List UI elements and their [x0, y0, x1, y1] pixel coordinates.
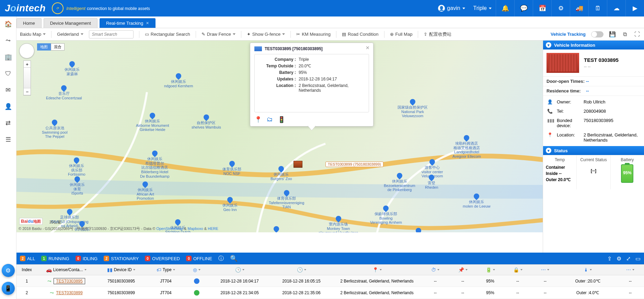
th-type[interactable]: 🏷 Type — [147, 267, 185, 273]
mail-icon[interactable]: ✉ — [0, 85, 16, 96]
close-icon[interactable]: ✕ — [146, 21, 149, 25]
map-poi: 休闲娱乐Airborne MonumentGinkelse Heide — [136, 113, 169, 132]
th-temp[interactable]: 🌡 — [559, 267, 617, 273]
th-time2[interactable]: 🕒 — [271, 267, 332, 273]
th-index[interactable]: Index — [16, 267, 37, 272]
asset-marker[interactable] — [294, 161, 302, 168]
map-zoom-control[interactable]: + − — [23, 60, 31, 96]
clock-icon: 🕒 — [235, 267, 241, 273]
search-icon[interactable]: 🔍 — [230, 255, 238, 262]
th-license[interactable]: 🚗 License/Conta... — [37, 267, 95, 273]
table-row[interactable]: 1⤳TEST0303895750180303895JT7042018-12-28… — [16, 275, 644, 287]
gear-icon[interactable]: ⚙ — [551, 0, 570, 16]
km-measuring-button[interactable]: ✂KM Measuring — [296, 32, 331, 37]
th-misc1[interactable]: ⋯ — [531, 267, 559, 273]
tag-icon: 🏷 — [157, 267, 161, 273]
th-speed[interactable]: ⏱ — [422, 267, 449, 273]
smart-search-input[interactable] — [89, 30, 134, 38]
schedule-icon[interactable]: 🗓 — [588, 0, 607, 16]
road-condition-button[interactable]: ▤Road Condition — [342, 32, 379, 37]
map-pan-control[interactable] — [19, 43, 34, 58]
traffic-action-icon[interactable]: 🚦 — [278, 116, 285, 123]
location-action-icon[interactable]: 📍 — [254, 116, 262, 123]
info-icon[interactable]: ⓘ — [218, 255, 224, 262]
close-icon[interactable]: ✕ — [366, 45, 370, 51]
status-header[interactable]: ▾Status — [543, 146, 644, 155]
side-panels: ▾Vehicle Information TEST 0303895 -- -- … — [543, 41, 644, 253]
license-link[interactable]: TEST0303895 — [54, 278, 85, 284]
tab-real-time-tracking[interactable]: Real-time Tracking✕ — [100, 18, 156, 28]
tab-device-management[interactable]: Device Management — [44, 18, 97, 28]
zoom-in-button[interactable]: + — [24, 61, 31, 68]
zoom-out-button[interactable]: − — [24, 88, 31, 95]
region-select[interactable]: Gelderland — [57, 32, 83, 37]
th-lock[interactable]: 🔒 — [504, 267, 531, 273]
zoom-slider[interactable] — [24, 68, 31, 88]
export-icon[interactable]: ⇪ — [607, 255, 612, 262]
map-type-hybrid[interactable]: 混合 — [51, 43, 65, 51]
bell-icon[interactable]: 🔔 — [496, 0, 514, 16]
map-canvas[interactable]: 休闲娱乐家森林音乐厅Edesche Concertzaal公共游泳池Swimmi… — [16, 41, 543, 232]
th-battery[interactable]: 🔋 — [476, 267, 504, 273]
tab-home[interactable]: Home — [16, 18, 42, 28]
home-icon[interactable]: 🏠 — [0, 19, 16, 30]
route-icon[interactable]: ⤳ — [0, 35, 16, 46]
th-status[interactable]: ◎ — [185, 267, 209, 273]
filter-offline[interactable]: 0OFFLINE — [186, 256, 212, 261]
chat-icon[interactable]: 💬 — [514, 0, 533, 16]
th-device[interactable]: ▮▮ Device ID — [95, 267, 147, 273]
show-gfence-button[interactable]: ✦Show G-fence — [247, 32, 285, 37]
toll-config-button[interactable]: ⇧配置收费站 — [424, 31, 451, 37]
full-map-button[interactable]: ⊕Full Map — [390, 32, 413, 37]
vehicle-tracking-label: Vehicle Tracking — [551, 32, 586, 37]
th-location[interactable]: 📍 — [332, 267, 422, 273]
attr-mapbox-link[interactable]: Mapboxo — [188, 226, 203, 231]
collapse-icon[interactable]: ⤢ — [626, 255, 631, 262]
layers-icon[interactable]: ☰ — [0, 134, 16, 145]
th-misc2[interactable]: ⋯ — [617, 267, 644, 273]
filter-stationary[interactable]: 2STATIONARY — [104, 256, 139, 261]
filter-overspeed[interactable]: 0OVERSPEED — [145, 256, 180, 261]
header-icon-bar: 🔔 💬 📅 ⚙ 🚚 🗓 ☁ ▶ — [496, 0, 644, 16]
truck-icon[interactable]: 🚚 — [570, 0, 588, 16]
attr-osm-link[interactable]: OpenStreetMap — [156, 226, 183, 231]
save-icon[interactable]: 💾 — [609, 31, 616, 38]
calendar-icon[interactable]: 📅 — [533, 0, 551, 16]
asset-marker-label[interactable]: TEST0303899 (750180303899) — [325, 162, 383, 167]
list-action-icon[interactable]: 🗂 — [267, 116, 273, 123]
rectangular-search-button[interactable]: ▭Rectangular Search — [145, 32, 190, 37]
fullscreen-icon[interactable]: ⛶ — [634, 31, 641, 38]
vehicle-name: TEST 0303895 — [584, 57, 619, 63]
filter-running[interactable]: 1RUNNING — [41, 256, 69, 261]
user-name: gavin — [447, 5, 460, 11]
table-settings-icon[interactable]: ⚙ — [617, 255, 621, 262]
minimize-icon[interactable]: ▭ — [635, 255, 641, 262]
org-menu[interactable]: Triple — [469, 5, 496, 11]
th-time1[interactable]: 🕒 — [209, 267, 271, 273]
cloud-download-icon[interactable]: ☁ — [607, 0, 625, 16]
table-row[interactable]: 2⤳TEST0303899750180303899JT7042018-12-28… — [16, 287, 644, 299]
location-icon: 📍 — [372, 267, 378, 273]
target-icon: ◎ — [193, 267, 197, 273]
map-type-toggle[interactable]: 地图 混合 — [37, 43, 65, 51]
vehicle-tracking-toggle[interactable] — [591, 31, 603, 37]
user-menu[interactable]: 👤 gavin — [434, 5, 469, 12]
user-add-icon[interactable]: 👤 — [0, 101, 16, 112]
attr-here-link[interactable]: HERE — [208, 226, 218, 231]
th-alert[interactable]: 📌 — [449, 267, 476, 273]
filter-idling[interactable]: 0IDLING — [76, 256, 97, 261]
vehicle-info-header[interactable]: ▾Vehicle Information — [543, 41, 644, 49]
settings-alt-icon[interactable]: ⇄ — [0, 118, 16, 129]
shield-icon[interactable]: 🛡 — [0, 68, 16, 79]
filter-all[interactable]: 2ALL — [20, 256, 35, 261]
draw-fence-button[interactable]: ✎Draw Fence — [202, 32, 235, 37]
popout-icon[interactable]: ⧉ — [621, 31, 628, 38]
map-provider-select[interactable]: Baidu Map — [20, 32, 46, 37]
tel-value: 208004908 — [584, 109, 640, 114]
device-icon[interactable]: 📱 — [2, 282, 15, 295]
map-type-map[interactable]: 地图 — [37, 43, 51, 51]
system-gear-icon[interactable]: ⚙ — [2, 264, 15, 277]
video-icon[interactable]: ▶ — [625, 0, 644, 16]
license-link[interactable]: TEST0303899 — [56, 290, 82, 295]
building-icon[interactable]: 🏢 — [0, 52, 16, 63]
